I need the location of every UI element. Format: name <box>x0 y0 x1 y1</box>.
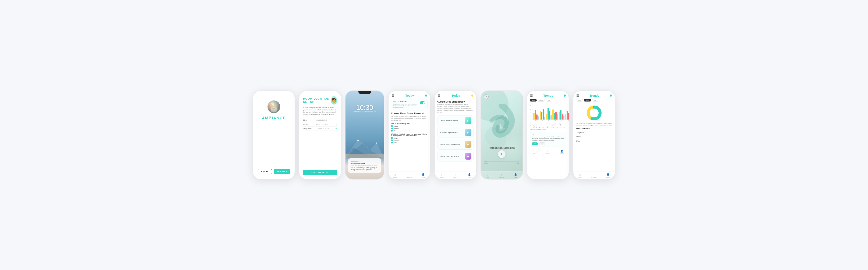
mood-options-2: Active Passive None <box>391 137 428 144</box>
trends-filter: Week Month Year <box>574 99 615 103</box>
profile-dot[interactable] <box>425 94 427 97</box>
room-list: Office Added 11/11/2020 ✏ Kitchen Added … <box>303 118 337 168</box>
activity-thumbnail[interactable]: ▶ <box>465 129 471 136</box>
filter-month[interactable]: Month <box>537 99 545 101</box>
progress-times: 00:10 1:00 <box>484 163 519 164</box>
option-none[interactable]: None <box>391 142 428 144</box>
edit-icon[interactable]: ✏ <box>336 123 337 125</box>
option-label: Pleasant <box>394 128 399 129</box>
room-item-living[interactable]: Living Room › <box>576 130 612 135</box>
hamburger-icon[interactable]: ☰ <box>576 94 579 97</box>
home-icon: ⌂ <box>579 173 581 176</box>
yes-button[interactable]: Yes <box>532 143 538 145</box>
login-button[interactable]: LOG IN <box>258 169 272 174</box>
edit-icon[interactable]: ✏ <box>336 127 337 129</box>
complete-setup-button[interactable]: COMPLETE SET UP <box>303 170 337 175</box>
bar-stressed <box>562 114 563 120</box>
nav-label: Home <box>440 177 443 178</box>
nav-checkin[interactable]: ↑ Check-In <box>545 150 550 154</box>
mood-title: Current Mood State: Pleasant <box>391 112 428 115</box>
option-pleasant[interactable]: Pleasant <box>391 127 428 129</box>
nav-trends[interactable]: 👤 Trends <box>560 150 564 154</box>
hamburger-icon[interactable]: ☰ <box>438 94 440 97</box>
home-icon: ⌂ <box>440 173 442 176</box>
trends-filter: Week Month Year ▼ <box>527 99 569 103</box>
profile-dot[interactable] <box>564 94 566 97</box>
activity-thumbnail[interactable]: ▶ <box>465 141 471 148</box>
profile-dot[interactable] <box>610 94 612 97</box>
nav-home[interactable]: ⌂ Home <box>394 173 397 178</box>
app-header: ☰ Today <box>389 91 430 99</box>
logo-icon <box>267 99 281 114</box>
bottom-nav: ⌂ Home ↑ Check-In 👤 Trends <box>435 171 476 179</box>
option-happy[interactable]: Happy <box>391 125 428 127</box>
header-title: Trends <box>544 94 553 97</box>
room-item-kitchen[interactable]: Kitchen › <box>576 135 612 139</box>
filter-week[interactable]: Week <box>530 99 537 101</box>
filter-year[interactable]: Year <box>592 99 598 101</box>
no-button[interactable]: No <box>539 143 546 145</box>
filter-week[interactable]: Week <box>576 99 583 101</box>
avatar: 🧑 <box>331 96 337 104</box>
total-time: 1:00 <box>517 163 519 164</box>
mood-header: Current Mood State: Happy According to y… <box>435 99 476 115</box>
checkin-icon: ↑ <box>547 150 548 153</box>
option-active[interactable]: Active <box>391 137 428 139</box>
close-button[interactable]: ✕ <box>484 94 489 99</box>
filter-year[interactable]: Year <box>546 99 552 101</box>
nav-checkin[interactable]: ↑ Check-In <box>453 173 458 178</box>
play-icon[interactable]: ▶ <box>465 129 471 136</box>
activity-thumbnail[interactable]: ▶ <box>465 153 471 159</box>
chart-area: 12h9h6h3h0 <box>527 103 569 121</box>
nav-home[interactable]: ⌂ Home <box>578 173 582 178</box>
option-dot <box>391 130 393 131</box>
app-header: ☰ Trends <box>527 91 569 99</box>
chart-with-axis: 12h9h6h3h0 <box>530 103 566 121</box>
sync-toggle[interactable] <box>420 101 425 104</box>
label-w: W <box>548 120 550 121</box>
option-sad[interactable]: Sad <box>391 130 428 131</box>
nav-checkin[interactable]: ↑ Check-In <box>499 173 504 178</box>
nav-home[interactable]: ⌂ Home <box>486 173 489 178</box>
tip-title: Tip <box>532 133 564 136</box>
nav-label: Home <box>532 153 535 154</box>
room-name: Kitchen <box>303 123 308 125</box>
mood-question-2: What type of activity would you want to … <box>391 133 428 136</box>
bar-group-5 <box>559 110 564 120</box>
relaxation-background: ✕ ♡ Relaxation Exercise ⏸ 00:10 1:00 ⌂ H… <box>481 91 523 179</box>
option-label: Happy <box>394 125 398 127</box>
mood-options-1: Happy Pleasant Sad <box>391 125 428 131</box>
activity-text: 30 seconds of jumping jacks <box>440 132 465 133</box>
nav-label: Check-In <box>453 177 458 178</box>
bar-pleasant <box>541 112 542 120</box>
pause-button[interactable]: ⏸ <box>498 150 505 158</box>
option-dot <box>391 125 393 127</box>
play-icon[interactable]: ▶ <box>465 153 471 159</box>
heart-icon[interactable]: ♡ <box>517 94 520 98</box>
play-icon[interactable]: ▶ <box>465 117 471 124</box>
edit-icon[interactable]: ✏ <box>336 119 337 121</box>
label-t: T <box>542 120 542 121</box>
activity-thumbnail[interactable]: ▶ <box>465 117 471 124</box>
play-icon[interactable]: ▶ <box>465 141 471 148</box>
filter-icon[interactable]: ▼ <box>564 99 566 101</box>
nav-checkin[interactable]: ↑ Check-In <box>591 173 596 178</box>
room-item-kitchen: Kitchen Added 11/11/2020 ✏ <box>303 122 337 126</box>
nav-trends[interactable]: 👤 Trends <box>468 173 471 178</box>
option-passive[interactable]: Passive <box>391 140 428 141</box>
room-item-office[interactable]: Office › <box>576 139 612 143</box>
option-label: Active <box>394 137 398 139</box>
nav-home[interactable]: ⌂ Home <box>440 173 443 178</box>
filter-month[interactable]: Month <box>584 99 591 101</box>
nav-trends[interactable]: 👤 Trends <box>422 173 425 178</box>
nav-checkin[interactable]: ↑ Check-In <box>407 173 412 178</box>
hamburger-icon[interactable]: ☰ <box>530 94 533 97</box>
hamburger-icon[interactable]: ☰ <box>392 94 394 97</box>
nav-home[interactable]: ⌂ Home <box>532 150 535 154</box>
register-button[interactable]: REGISTER <box>274 169 290 174</box>
checkin-screen: ☰ Today Sync to Calendar Help us learn a… <box>388 90 431 180</box>
app-header: ☰ Trends <box>574 91 615 99</box>
chevron-down-icon: › <box>612 140 612 142</box>
nav-trends[interactable]: 👤 Trends <box>514 173 517 178</box>
nav-trends[interactable]: 👤 Trends <box>606 173 610 178</box>
